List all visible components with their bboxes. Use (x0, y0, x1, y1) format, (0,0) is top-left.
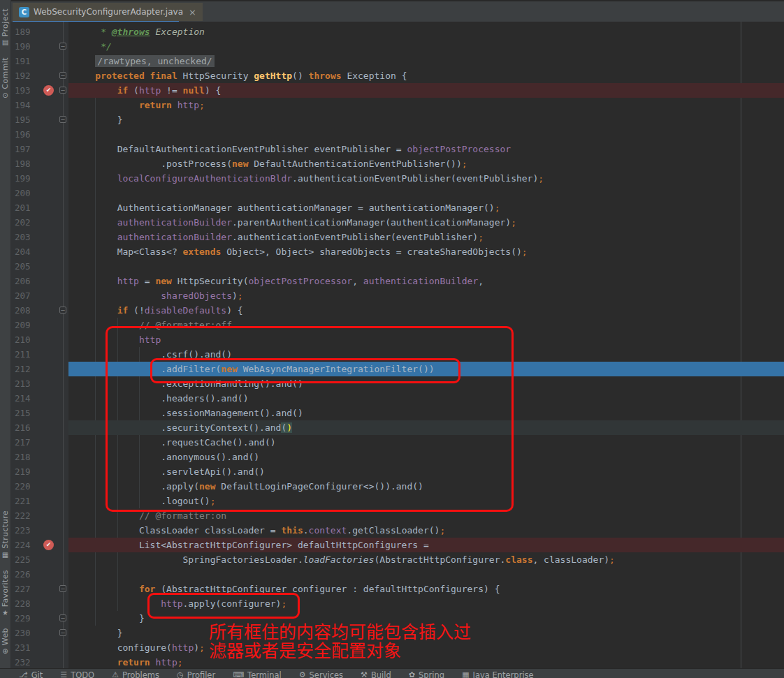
line-number[interactable]: 223 (15, 523, 31, 538)
line-number[interactable]: 226 (15, 567, 31, 582)
code-text-202[interactable]: authenticationBuilder.parentAuthenticati… (68, 215, 784, 230)
code-text-191[interactable]: /rawtypes, unchecked/ (68, 54, 784, 68)
gutter-cell-215[interactable]: 215 (11, 406, 68, 420)
code-text-207[interactable]: sharedObjects); (68, 288, 784, 303)
line-number[interactable]: 227 (15, 582, 31, 596)
line-number[interactable]: 206 (15, 274, 31, 288)
line-number[interactable]: 201 (15, 200, 31, 215)
gutter-cell-209[interactable]: 209 (11, 318, 68, 332)
line-number[interactable]: 189 (15, 24, 31, 39)
line-number[interactable]: 211 (15, 347, 31, 362)
gutter-cell-207[interactable]: 207 (11, 288, 68, 303)
line-number[interactable]: 225 (15, 552, 31, 567)
breakpoint-icon[interactable]: ✔ (43, 85, 54, 96)
code-text-195[interactable]: – } (68, 112, 784, 127)
fold-marker-icon[interactable]: – (59, 585, 66, 592)
statusbar-item-terminal[interactable]: ⌨Terminal (233, 669, 282, 678)
toolwindow-button-web[interactable]: Web⊕ (1, 628, 10, 655)
code-text-226[interactable] (68, 567, 784, 582)
toolwindow-button-commit[interactable]: Commit⊙ (1, 57, 10, 99)
code-text-217[interactable]: .requestCache().and() (68, 435, 784, 450)
gutter-cell-194[interactable]: 194 (11, 98, 68, 112)
code-text-221[interactable]: .logout(); (68, 494, 784, 508)
code-text-208[interactable]: – if (!disableDefaults) { (68, 303, 784, 318)
line-number[interactable]: 220 (15, 479, 31, 494)
gutter-cell-226[interactable]: 226 (11, 567, 68, 582)
gutter-cell-198[interactable]: 198 (11, 156, 68, 171)
line-number[interactable]: 230 (15, 626, 31, 640)
gutter-cell-204[interactable]: 204 (11, 244, 68, 259)
gutter-cell-210[interactable]: 210 (11, 332, 68, 347)
code-text-230[interactable]: – } (68, 626, 784, 640)
code-text-228[interactable]: http.apply(configurer); (68, 596, 784, 611)
code-text-224[interactable]: List<AbstractHttpConfigurer> defaultHttp… (68, 538, 784, 552)
gutter-cell-217[interactable]: 217 (11, 435, 68, 450)
line-number[interactable]: 218 (15, 450, 31, 464)
toolwindow-button-favorites[interactable]: Favorites★ (1, 570, 10, 617)
gutter-cell-213[interactable]: 213 (11, 376, 68, 391)
gutter-cell-228[interactable]: 228 (11, 596, 68, 611)
gutter-cell-212[interactable]: 212 (11, 362, 68, 376)
line-number[interactable]: 195 (15, 112, 31, 127)
code-text-232[interactable]: return http; (68, 655, 784, 669)
gutter-cell-189[interactable]: 189 (11, 24, 68, 39)
breakpoint-icon[interactable]: ✔ (43, 540, 54, 550)
fold-marker-icon[interactable]: – (59, 307, 66, 314)
code-text-209[interactable]: // @formatter:off (68, 318, 784, 332)
gutter-cell-201[interactable]: 201 (11, 200, 68, 215)
gutter-cell-205[interactable]: 205 (11, 259, 68, 274)
code-text-220[interactable]: .apply(new DefaultLoginPageConfigurer<>(… (68, 479, 784, 494)
gutter-cell-211[interactable]: 211 (11, 347, 68, 362)
gutter-cell-218[interactable]: 218 (11, 450, 68, 464)
line-number[interactable]: 192 (15, 68, 31, 83)
code-text-197[interactable]: DefaultAuthenticationEventPublisher even… (68, 142, 784, 156)
line-number[interactable]: 202 (15, 215, 31, 230)
gutter-cell-206[interactable]: 206 (11, 274, 68, 288)
fold-marker-icon[interactable]: – (59, 629, 66, 636)
line-number[interactable]: 207 (15, 288, 31, 303)
line-number[interactable]: 229 (15, 611, 31, 626)
code-text-215[interactable]: .sessionManagement().and() (68, 406, 784, 420)
code-text-216[interactable]: .securityContext().and() (68, 420, 784, 435)
code-text-201[interactable]: AuthenticationManager authenticationMana… (68, 200, 784, 215)
line-number[interactable]: 216 (15, 420, 31, 435)
line-number[interactable]: 214 (15, 391, 31, 406)
code-text-194[interactable]: return http; (68, 98, 784, 112)
line-number[interactable]: 190 (15, 39, 31, 54)
code-text-211[interactable]: .csrf().and() (68, 347, 784, 362)
line-number[interactable]: 194 (15, 98, 31, 112)
code-text-196[interactable] (68, 127, 784, 142)
code-text-229[interactable]: – } (68, 611, 784, 626)
gutter-cell-225[interactable]: 225 (11, 552, 68, 567)
line-number[interactable]: 222 (15, 508, 31, 523)
line-number[interactable]: 213 (15, 376, 31, 391)
code-text-212[interactable]: .addFilter(new WebAsyncManagerIntegratio… (68, 362, 784, 376)
line-number[interactable]: 209 (15, 318, 31, 332)
code-text-219[interactable]: .servletApi().and() (68, 464, 784, 479)
line-number[interactable]: 193 (15, 83, 31, 98)
code-text-200[interactable] (68, 186, 784, 200)
gutter-cell-224[interactable]: 224✔ (11, 538, 68, 552)
line-number[interactable]: 215 (15, 406, 31, 420)
gutter-cell-222[interactable]: 222 (11, 508, 68, 523)
line-number[interactable]: 212 (15, 362, 31, 376)
statusbar-item-services[interactable]: ⚙Services (299, 669, 343, 678)
code-text-222[interactable]: // @formatter:on (68, 508, 784, 523)
code-text-225[interactable]: SpringFactoriesLoader.loadFactories(Abst… (68, 552, 784, 567)
statusbar-item-problems[interactable]: ⚠Problems (112, 669, 159, 678)
code-text-204[interactable]: Map<Class<? extends Object>, Object> sha… (68, 244, 784, 259)
gutter-cell-197[interactable]: 197 (11, 142, 68, 156)
fold-marker-icon[interactable]: – (59, 614, 66, 621)
gutter-cell-191[interactable]: 191 (11, 54, 68, 68)
statusbar-item-java-enterprise[interactable]: ▦Java Enterprise (462, 669, 534, 678)
line-number[interactable]: 228 (15, 596, 31, 611)
line-number[interactable]: 224 (15, 538, 31, 552)
line-number[interactable]: 197 (15, 142, 31, 156)
code-text-199[interactable]: localConfigureAuthenticationBldr.authent… (68, 171, 784, 186)
gutter-cell-200[interactable]: 200 (11, 186, 68, 200)
gutter-cell-214[interactable]: 214 (11, 391, 68, 406)
statusbar-item-profiler[interactable]: ◷Profiler (177, 669, 215, 678)
code-text-213[interactable]: .exceptionHandling().and() (68, 376, 784, 391)
code-text-218[interactable]: .anonymous().and() (68, 450, 784, 464)
line-number[interactable]: 200 (15, 186, 31, 200)
